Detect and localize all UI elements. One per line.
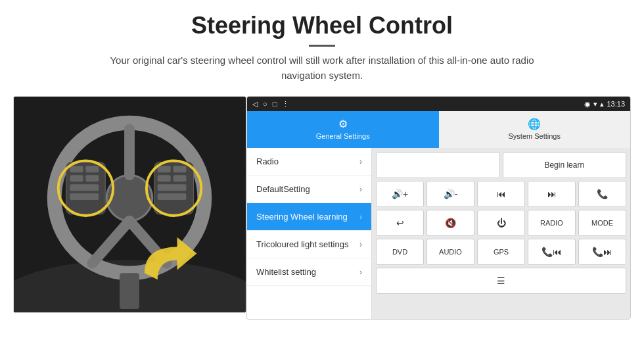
prev-track-button[interactable]: ⏮ bbox=[477, 181, 525, 207]
clock: 13:13 bbox=[607, 100, 625, 108]
empty-placeholder bbox=[376, 152, 500, 178]
tab-system[interactable]: 🌐 System Settings bbox=[439, 111, 631, 148]
vol-down-button[interactable]: 🔊- bbox=[426, 181, 474, 207]
grid-row-4: ☰ bbox=[376, 268, 626, 294]
gear-icon: ⚙ bbox=[338, 118, 348, 130]
page-header: Steering Wheel Control Your original car… bbox=[0, 0, 644, 89]
chevron-icon: › bbox=[359, 268, 362, 277]
chevron-icon: › bbox=[359, 212, 362, 222]
menu-item-radio[interactable]: Radio › bbox=[247, 148, 371, 176]
svg-rect-15 bbox=[158, 166, 171, 172]
call-button[interactable]: 📞 bbox=[578, 181, 626, 207]
grid-row-0: Begin learn bbox=[376, 152, 626, 178]
recents-icon[interactable]: □ bbox=[273, 100, 277, 108]
dvd-button[interactable]: DVD bbox=[376, 239, 424, 265]
power-button[interactable]: ⏻ bbox=[477, 210, 525, 236]
mute-button[interactable]: 🔇 bbox=[426, 210, 474, 236]
begin-learn-button[interactable]: Begin learn bbox=[503, 152, 627, 178]
call-next-button[interactable]: 📞⏭ bbox=[578, 239, 626, 265]
svg-rect-16 bbox=[173, 166, 187, 172]
panel-content: Radio › DefaultSetting › Steering Wheel … bbox=[247, 148, 630, 319]
list-button[interactable]: ☰ bbox=[376, 268, 626, 294]
back-icon[interactable]: ◁ bbox=[252, 100, 258, 108]
button-grid: Begin learn 🔊+ 🔊- ⏮ ⏭ 📞 ↩ 🔇 ⏻ bbox=[372, 148, 630, 319]
mode-button[interactable]: MODE bbox=[578, 210, 626, 236]
status-icons: ◉ ▾ ▴ 13:13 bbox=[584, 100, 625, 108]
menu-item-default[interactable]: DefaultSetting › bbox=[247, 176, 371, 203]
chevron-icon: › bbox=[359, 185, 362, 194]
svg-rect-8 bbox=[70, 166, 83, 172]
menu-list: Radio › DefaultSetting › Steering Wheel … bbox=[247, 148, 372, 319]
status-bar: ◁ ○ □ ⋮ ◉ ▾ ▴ 13:13 bbox=[247, 97, 630, 111]
menu-item-whitelist[interactable]: Whitelist setting › bbox=[247, 258, 371, 286]
vol-up-button[interactable]: 🔊+ bbox=[376, 181, 424, 207]
location-icon: ◉ bbox=[584, 100, 591, 108]
svg-rect-13 bbox=[70, 193, 99, 200]
menu-tricolour-label: Tricoloured light settings bbox=[256, 239, 348, 249]
svg-rect-20 bbox=[158, 193, 187, 200]
globe-icon: 🌐 bbox=[528, 118, 541, 130]
signal-icon: ▴ bbox=[600, 100, 604, 108]
svg-rect-19 bbox=[158, 184, 187, 191]
radio-button[interactable]: RADIO bbox=[528, 210, 576, 236]
svg-rect-12 bbox=[70, 184, 99, 191]
grid-row-3: DVD AUDIO GPS 📞⏮ 📞⏭ bbox=[376, 239, 626, 265]
grid-row-2: ↩ 🔇 ⏻ RADIO MODE bbox=[376, 210, 626, 236]
tab-system-label: System Settings bbox=[509, 132, 561, 140]
wifi-icon: ▾ bbox=[593, 100, 597, 108]
home-icon[interactable]: ○ bbox=[263, 100, 267, 108]
svg-rect-9 bbox=[85, 166, 99, 172]
call-prev-button[interactable]: 📞⏮ bbox=[528, 239, 576, 265]
menu-whitelist-label: Whitelist setting bbox=[256, 267, 316, 277]
back-call-button[interactable]: ↩ bbox=[376, 210, 424, 236]
audio-button[interactable]: AUDIO bbox=[426, 239, 474, 265]
grid-row-1: 🔊+ 🔊- ⏮ ⏭ 📞 bbox=[376, 181, 626, 207]
android-panel: ◁ ○ □ ⋮ ◉ ▾ ▴ 13:13 ⚙ General Settings bbox=[246, 96, 631, 320]
svg-rect-17 bbox=[158, 175, 171, 181]
menu-icon[interactable]: ⋮ bbox=[282, 100, 289, 108]
page-subtitle: Your original car's steering wheel contr… bbox=[92, 53, 552, 83]
menu-radio-label: Radio bbox=[256, 156, 279, 166]
car-image bbox=[13, 96, 246, 313]
tab-general-label: General Settings bbox=[316, 132, 370, 140]
chevron-icon: › bbox=[359, 157, 362, 166]
gps-button[interactable]: GPS bbox=[477, 239, 525, 265]
menu-default-label: DefaultSetting bbox=[256, 184, 310, 194]
content-area: ◁ ○ □ ⋮ ◉ ▾ ▴ 13:13 ⚙ General Settings bbox=[13, 96, 631, 320]
svg-rect-23 bbox=[120, 273, 139, 309]
menu-item-steering[interactable]: Steering Wheel learning › bbox=[247, 203, 371, 231]
svg-rect-10 bbox=[70, 175, 83, 181]
menu-item-tricolour[interactable]: Tricoloured light settings › bbox=[247, 231, 371, 258]
svg-rect-18 bbox=[173, 175, 187, 181]
page-title: Steering Wheel Control bbox=[13, 12, 631, 39]
svg-rect-11 bbox=[85, 175, 99, 181]
nav-icons: ◁ ○ □ ⋮ bbox=[252, 100, 289, 108]
menu-steering-label: Steering Wheel learning bbox=[256, 212, 348, 222]
tab-bar: ⚙ General Settings 🌐 System Settings bbox=[247, 111, 630, 148]
tab-general[interactable]: ⚙ General Settings bbox=[247, 111, 439, 148]
next-track-button[interactable]: ⏭ bbox=[528, 181, 576, 207]
title-divider bbox=[309, 45, 335, 47]
chevron-icon: › bbox=[359, 240, 362, 249]
page-wrapper: Steering Wheel Control Your original car… bbox=[0, 0, 644, 320]
